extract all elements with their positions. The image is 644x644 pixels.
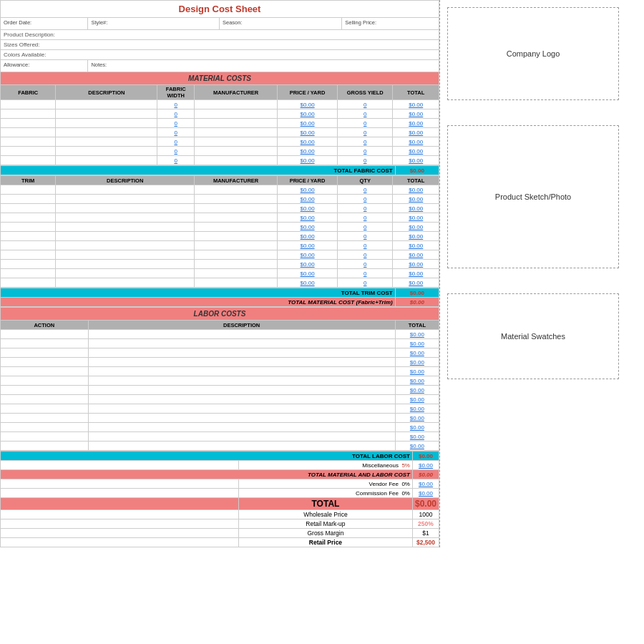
col-trim-price: PRICE / YARD xyxy=(278,176,338,185)
swatches-section: Material Swatches xyxy=(447,286,637,379)
col-fabric: FABRIC xyxy=(1,85,56,100)
labor-row: $0.00 xyxy=(1,358,439,367)
style-cell: Style#: xyxy=(88,18,220,29)
trim-row: $0.00 0 $0.00 xyxy=(1,269,439,278)
col-fabric-desc: DESCRIPTION xyxy=(56,85,157,100)
trim-row: $0.00 0 $0.00 xyxy=(1,278,439,288)
labor-row: $0.00 xyxy=(1,432,439,441)
retail-markup-label: Retail Mark-up xyxy=(238,519,412,529)
col-gross-yield: GROSS YIELD xyxy=(338,85,393,100)
col-trim-qty: QTY xyxy=(338,176,393,185)
labor-row: $0.00 xyxy=(1,376,439,386)
labor-row: $0.00 xyxy=(1,330,439,339)
order-date-cell: Order Date: xyxy=(1,18,88,29)
wholesale-value: 1000 xyxy=(412,510,439,519)
trim-row: $0.00 0 $0.00 xyxy=(1,223,439,232)
gross-margin-row: Gross Margin $1 xyxy=(1,529,439,538)
labor-row: $0.00 xyxy=(1,404,439,414)
notes-cell: Notes: xyxy=(88,60,439,72)
grand-total-row: TOTAL $0.00 xyxy=(1,498,439,510)
total-mat-labor-value: $0.00 xyxy=(412,470,439,479)
labor-row: $0.00 xyxy=(1,423,439,432)
col-trim: TRIM xyxy=(1,176,56,185)
labor-table: ACTION DESCRIPTION TOTAL $0.00 $0.00 $0.… xyxy=(0,320,439,451)
commission-fee-label: Commission Fee 0% xyxy=(238,489,412,498)
commission-fee-value: $0.00 xyxy=(412,489,439,498)
gross-margin-value: $1 xyxy=(412,529,439,538)
swatches-box: Material Swatches xyxy=(447,293,619,379)
trim-row: $0.00 0 $0.00 xyxy=(1,185,439,195)
logo-box: Company Logo xyxy=(447,7,619,100)
retail-price-row: Retail Price $2,500 xyxy=(1,538,439,547)
trim-row: $0.00 0 $0.00 xyxy=(1,241,439,250)
fabric-row: 0 $0.00 0 $0.00 xyxy=(1,147,439,156)
total-trim-row: TOTAL TRIM COST $0.00 xyxy=(1,288,439,298)
retail-markup-value: 250% xyxy=(412,519,439,529)
vendor-fee-label: Vendor Fee 0% xyxy=(238,479,412,489)
right-panel: Company Logo Product Sketch/Photo Materi… xyxy=(440,0,644,547)
retail-price-label: Retail Price xyxy=(238,538,412,547)
retail-markup-row: Retail Mark-up 250% xyxy=(1,519,439,529)
total-material-label: TOTAL MATERIAL COST (Fabric+Trim) xyxy=(1,298,396,307)
total-mat-labor-label: TOTAL MATERIAL AND LABOR COST xyxy=(1,470,413,479)
grand-total-value: $0.00 xyxy=(412,498,439,510)
fabric-row: 0 $0.00 0 $0.00 xyxy=(1,119,439,128)
season-cell: Season: xyxy=(220,18,342,29)
trim-totals-table: TOTAL TRIM COST $0.00 TOTAL MATERIAL COS… xyxy=(0,288,439,307)
col-total-fabric: TOTAL xyxy=(393,85,439,100)
col-action: ACTION xyxy=(1,321,89,330)
sheet-title: Design Cost Sheet xyxy=(0,0,439,17)
labor-row: $0.00 xyxy=(1,395,439,404)
total-trim-value: $0.00 xyxy=(395,288,439,298)
gross-margin-label: Gross Margin xyxy=(238,529,412,538)
trim-row: $0.00 0 $0.00 xyxy=(1,232,439,241)
total-material-row: TOTAL MATERIAL COST (Fabric+Trim) $0.00 xyxy=(1,298,439,307)
trim-table: TRIM DESCRIPTION MANUFACTURER PRICE / YA… xyxy=(0,175,439,288)
total-fabric-row: TOTAL FABRIC COST $0.00 xyxy=(1,166,439,175)
miscellaneous-row: Miscellaneous 5% $0.00 xyxy=(1,461,439,470)
col-trim-total: TOTAL xyxy=(393,176,439,185)
trim-row: $0.00 0 $0.00 xyxy=(1,250,439,260)
col-price-yard: PRICE / YARD xyxy=(278,85,338,100)
col-labor-total: TOTAL xyxy=(395,321,439,330)
wholesale-label: Wholesale Price xyxy=(238,510,412,519)
labor-costs-header: LABOR COSTS xyxy=(0,307,439,320)
retail-price-value: $2,500 xyxy=(412,538,439,547)
trim-row: $0.00 0 $0.00 xyxy=(1,195,439,204)
allowance-cell: Allowance: xyxy=(1,60,88,72)
total-labor-value: $0.00 xyxy=(412,452,439,461)
total-material-labor-row: TOTAL MATERIAL AND LABOR COST $0.00 xyxy=(1,470,439,479)
sketch-section: Product Sketch/Photo xyxy=(447,118,637,272)
labor-row: $0.00 xyxy=(1,386,439,395)
commission-fee-row: Commission Fee 0% $0.00 xyxy=(1,489,439,498)
col-fabric-width: FABRIC WIDTH xyxy=(157,85,195,100)
sketch-box: Product Sketch/Photo xyxy=(447,125,619,268)
product-desc-row: Product Description: xyxy=(1,30,439,40)
trim-row: $0.00 0 $0.00 xyxy=(1,260,439,269)
col-labor-desc: DESCRIPTION xyxy=(88,321,395,330)
fabric-row: 0 $0.00 0 $0.00 xyxy=(1,137,439,147)
total-fabric-value: $0.00 xyxy=(395,166,439,175)
logo-section: Company Logo xyxy=(447,7,637,104)
col-trim-desc: DESCRIPTION xyxy=(56,176,195,185)
labor-row: $0.00 xyxy=(1,339,439,348)
total-fabric-table: TOTAL FABRIC COST $0.00 xyxy=(0,165,439,175)
swatches-label: Material Swatches xyxy=(501,332,565,341)
labor-row: $0.00 xyxy=(1,348,439,358)
fabric-table: FABRIC DESCRIPTION FABRIC WIDTH MANUFACT… xyxy=(0,84,439,165)
wholesale-price-row: Wholesale Price 1000 xyxy=(1,510,439,519)
labor-row: $0.00 xyxy=(1,441,439,451)
labor-row: $0.00 xyxy=(1,414,439,423)
total-fabric-label: TOTAL FABRIC COST xyxy=(1,166,396,175)
selling-price-cell: Selling Price: xyxy=(342,18,439,29)
total-trim-label: TOTAL TRIM COST xyxy=(1,288,396,298)
sizes-row: Sizes Offered: xyxy=(1,40,439,50)
sketch-label: Product Sketch/Photo xyxy=(495,192,571,201)
vendor-fee-value: $0.00 xyxy=(412,479,439,489)
total-labor-label: TOTAL LABOR COST xyxy=(1,452,413,461)
misc-label: Miscellaneous 5% xyxy=(238,461,412,470)
header-section: Order Date: Style#: Season: Selling Pric… xyxy=(0,17,439,72)
logo-label: Company Logo xyxy=(507,49,560,58)
fabric-row: 0 $0.00 0 $0.00 xyxy=(1,128,439,137)
vendor-fee-row: Vendor Fee 0% $0.00 xyxy=(1,479,439,489)
